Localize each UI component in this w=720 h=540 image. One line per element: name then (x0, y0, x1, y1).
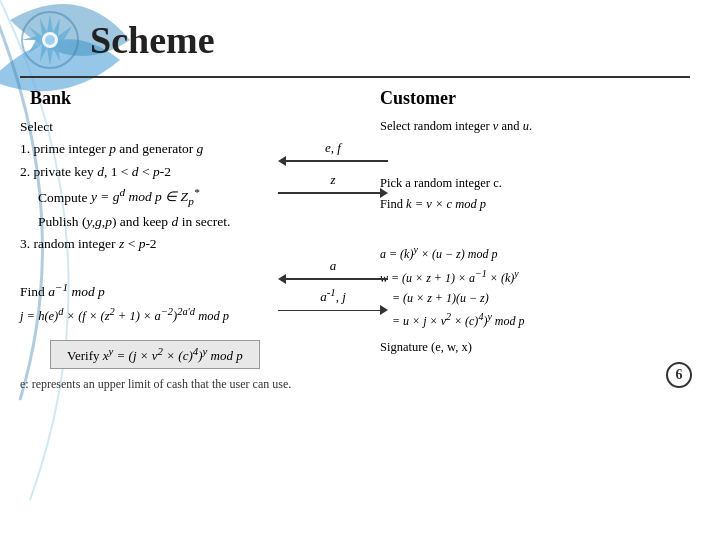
step-3: 3. random integer z < p-2 (20, 234, 350, 254)
divider (20, 76, 690, 78)
rhs-line-4: = u × j × v2 × (c)4)y mod p (380, 308, 690, 331)
a-arrow-group: a (268, 258, 398, 284)
find-label: Find a−1 mod p (20, 284, 105, 299)
step-2-publish: Publish (y,g,p) and keep d in secret. (20, 212, 350, 232)
verify-label: Verify (67, 348, 103, 363)
title-area: Scheme (20, 10, 690, 70)
ef-arrow (278, 156, 388, 166)
a-arrowhead (278, 274, 286, 284)
rhs-math-block: a = (k)y × (u − z) mod p w = (u × z + 1)… (380, 241, 690, 332)
ef-arrow-group: e, f (268, 140, 398, 166)
customer-select-note: Select random integer v and u. (380, 117, 690, 136)
a-arrow (278, 274, 388, 284)
ef-arrow-line (286, 160, 388, 162)
bank-header: Bank (30, 88, 350, 109)
a1j-arrow-line (278, 310, 380, 312)
rhs-line-2: w = (u × z + 1) × a−1 × (k)y (380, 265, 690, 288)
a1j-arrow-group: a-1, j (268, 286, 398, 315)
signature-text: Signature (e, w, x) (380, 340, 690, 355)
logo-icon (20, 10, 80, 70)
verify-expr: xy = (j × v2 × (c)4)y mod p (103, 348, 243, 363)
a-arrow-line (286, 278, 388, 280)
customer-column: Customer Select random integer v and u. … (360, 88, 690, 369)
customer-header: Customer (380, 88, 690, 109)
z-label: z (330, 172, 335, 188)
find-k-text: Find k = v × c mod p (380, 195, 690, 214)
a-label: a (330, 258, 337, 274)
a1j-label: a-1, j (320, 286, 346, 305)
pick-c-text: Pick a random integer c. (380, 174, 690, 193)
a1j-arrow (278, 305, 388, 315)
svg-point-3 (45, 35, 55, 45)
z-arrow-line (278, 192, 380, 194)
bottom-note: e: represents an upper limit of cash tha… (20, 377, 690, 392)
page-title: Scheme (90, 18, 215, 62)
rhs-line-3: = (u × z + 1)(u − z) (380, 288, 690, 308)
ef-label: e, f (325, 140, 341, 156)
verify-box: Verify xy = (j × v2 × (c)4)y mod p (50, 340, 260, 369)
z-arrowhead (380, 188, 388, 198)
bank-column: Bank Select 1. prime integer p and gener… (20, 88, 360, 369)
customer-pick: Pick a random integer c. Find k = v × c … (380, 174, 690, 214)
rhs-line-1: a = (k)y × (u − z) mod p (380, 241, 690, 264)
z-arrow-group: z (268, 172, 398, 198)
ef-arrowhead (278, 156, 286, 166)
step-select: Select (20, 117, 350, 137)
a1j-arrowhead (380, 305, 388, 315)
z-arrow (278, 188, 388, 198)
